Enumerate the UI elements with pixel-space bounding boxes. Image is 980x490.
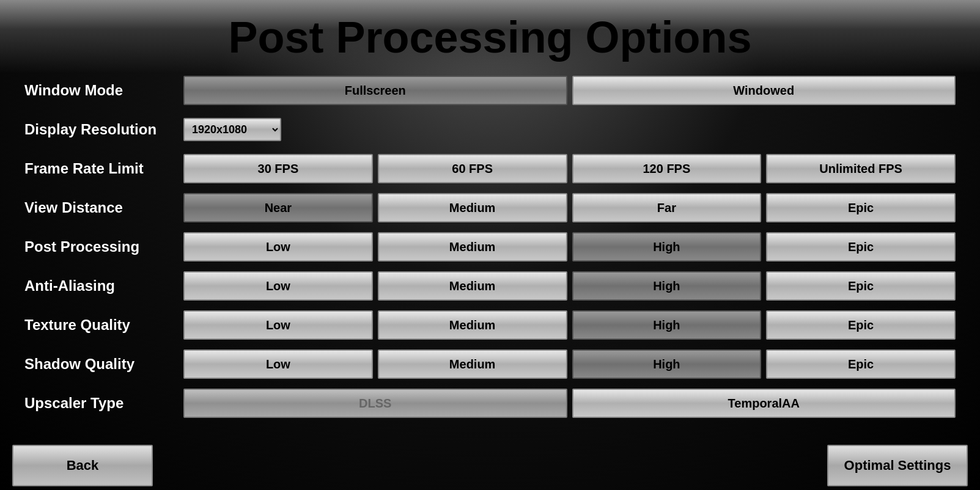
label-post-processing: Post Processing [24,238,183,255]
row-upscaler-type: Upscaler TypeDLSSTemporalAA [24,387,956,419]
options-frame-rate-limit: 30 FPS60 FPS120 FPSUnlimited FPS [183,154,956,183]
btn-view-distance-far[interactable]: Far [572,193,762,222]
btn-frame-rate-limit-120fps[interactable]: 120 FPS [572,154,762,183]
btn-texture-quality-epic[interactable]: Epic [766,310,956,340]
btn-shadow-quality-high[interactable]: High [572,349,762,379]
label-shadow-quality: Shadow Quality [24,356,183,373]
options-post-processing: LowMediumHighEpic [183,232,956,261]
bottom-bar: Back Optimal Settings [0,441,980,490]
label-frame-rate-limit: Frame Rate Limit [24,160,183,177]
btn-post-processing-medium[interactable]: Medium [378,232,567,261]
btn-texture-quality-low[interactable]: Low [183,310,373,340]
btn-frame-rate-limit-60fps[interactable]: 60 FPS [378,154,567,183]
row-texture-quality: Texture QualityLowMediumHighEpic [24,309,956,341]
label-window-mode: Window Mode [24,82,183,99]
page-title: Post Processing Options [0,0,980,75]
btn-window-mode-fullscreen[interactable]: Fullscreen [183,76,567,105]
label-display-resolution: Display Resolution [24,121,183,138]
btn-shadow-quality-low[interactable]: Low [183,349,373,379]
btn-shadow-quality-epic[interactable]: Epic [766,349,956,379]
btn-anti-aliasing-high[interactable]: High [572,271,762,301]
row-display-resolution: Display Resolution1280x7201920x10802560x… [24,114,956,145]
optimal-settings-button[interactable]: Optimal Settings [827,445,968,486]
options-window-mode: FullscreenWindowed [183,76,956,105]
row-window-mode: Window ModeFullscreenWindowed [24,75,956,106]
back-button[interactable]: Back [12,445,153,486]
settings-content: Window ModeFullscreenWindowedDisplay Res… [0,75,980,419]
row-frame-rate-limit: Frame Rate Limit30 FPS60 FPS120 FPSUnlim… [24,153,956,185]
btn-texture-quality-medium[interactable]: Medium [378,310,567,340]
select-display-resolution[interactable]: 1280x7201920x10802560x14403840x2160 [183,118,281,141]
btn-anti-aliasing-medium[interactable]: Medium [378,271,567,301]
row-shadow-quality: Shadow QualityLowMediumHighEpic [24,348,956,380]
btn-post-processing-low[interactable]: Low [183,232,373,261]
btn-upscaler-type-dlss[interactable]: DLSS [183,389,567,418]
row-view-distance: View DistanceNearMediumFarEpic [24,192,956,224]
btn-upscaler-type-temporalaa[interactable]: TemporalAA [572,389,956,418]
options-upscaler-type: DLSSTemporalAA [183,389,956,418]
btn-anti-aliasing-epic[interactable]: Epic [766,271,956,301]
btn-anti-aliasing-low[interactable]: Low [183,271,373,301]
btn-post-processing-high[interactable]: High [572,232,762,261]
btn-view-distance-near[interactable]: Near [183,193,373,222]
label-anti-aliasing: Anti-Aliasing [24,277,183,294]
btn-frame-rate-limit-unlimited[interactable]: Unlimited FPS [766,154,956,183]
row-post-processing: Post ProcessingLowMediumHighEpic [24,231,956,263]
options-shadow-quality: LowMediumHighEpic [183,349,956,379]
label-view-distance: View Distance [24,199,183,216]
btn-view-distance-epic[interactable]: Epic [766,193,956,222]
btn-shadow-quality-medium[interactable]: Medium [378,349,567,379]
btn-view-distance-medium[interactable]: Medium [378,193,567,222]
btn-texture-quality-high[interactable]: High [572,310,762,340]
options-display-resolution: 1280x7201920x10802560x14403840x2160 [183,118,956,141]
label-upscaler-type: Upscaler Type [24,395,183,412]
btn-window-mode-windowed[interactable]: Windowed [572,76,956,105]
options-texture-quality: LowMediumHighEpic [183,310,956,340]
options-anti-aliasing: LowMediumHighEpic [183,271,956,301]
row-anti-aliasing: Anti-AliasingLowMediumHighEpic [24,270,956,302]
options-view-distance: NearMediumFarEpic [183,193,956,222]
btn-post-processing-epic[interactable]: Epic [766,232,956,261]
btn-frame-rate-limit-30fps[interactable]: 30 FPS [183,154,373,183]
label-texture-quality: Texture Quality [24,316,183,334]
